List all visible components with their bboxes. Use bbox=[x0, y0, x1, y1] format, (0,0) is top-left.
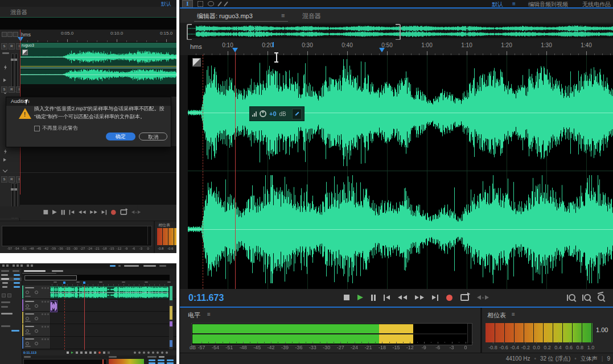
phase-meter-gradient[interactable] bbox=[486, 323, 593, 342]
time-selection-tool[interactable]: I bbox=[182, 0, 193, 8]
fx-icon[interactable] bbox=[3, 65, 7, 70]
overview-band[interactable] bbox=[0, 18, 176, 30]
loop-playback-button[interactable] bbox=[460, 294, 469, 301]
tool-icon[interactable] bbox=[20, 264, 23, 267]
playhead-line[interactable] bbox=[235, 49, 236, 289]
marker-triangle[interactable] bbox=[379, 48, 385, 52]
audio-clip-mini[interactable] bbox=[50, 286, 168, 299]
track-controls-mini[interactable] bbox=[22, 286, 51, 299]
phase-meter-gradient[interactable] bbox=[157, 228, 176, 245]
tool-icon[interactable] bbox=[17, 264, 19, 267]
levels-meter-mini[interactable] bbox=[23, 359, 107, 364]
workspace-item-mini[interactable] bbox=[143, 265, 156, 267]
heal-tool-icon[interactable] bbox=[224, 1, 228, 6]
zoom-icon-mini[interactable] bbox=[161, 351, 163, 354]
pause-button[interactable] bbox=[61, 210, 65, 215]
cancel-button[interactable]: 取消 bbox=[139, 133, 167, 140]
rewind-button[interactable] bbox=[398, 295, 407, 300]
checkbox-box[interactable] bbox=[34, 126, 40, 131]
zoom-icon-mini[interactable] bbox=[143, 351, 145, 354]
fast-forward-button[interactable] bbox=[90, 210, 97, 214]
loop-playback-button[interactable] bbox=[120, 209, 127, 214]
zoom-navigator[interactable] bbox=[23, 274, 170, 281]
record-button-mini[interactable] bbox=[98, 351, 101, 354]
brush-tool-icon[interactable] bbox=[217, 1, 222, 6]
waveform-display[interactable]: +0 dB bbox=[180, 55, 613, 289]
levels-meter[interactable] bbox=[191, 323, 472, 345]
zoom-icon-mini[interactable] bbox=[157, 351, 159, 354]
multitrack-view-icon[interactable] bbox=[6, 264, 9, 267]
track-controls-mini[interactable] bbox=[22, 324, 51, 336]
timeline-ruler[interactable]: hms 0:100:200:300:400:501:001:101:201:30… bbox=[180, 40, 613, 56]
skip-selection-button[interactable] bbox=[477, 295, 489, 300]
zoom-icon-mini[interactable] bbox=[134, 351, 136, 354]
phase-meter-mini[interactable] bbox=[109, 359, 144, 364]
gain-knob-icon[interactable] bbox=[260, 110, 266, 117]
track-s-button[interactable]: S bbox=[1, 86, 7, 93]
panel-icon[interactable] bbox=[2, 293, 6, 297]
play-small-icon[interactable] bbox=[3, 78, 6, 82]
track-r-button[interactable]: R bbox=[9, 43, 15, 49]
rewind-mini[interactable] bbox=[85, 351, 87, 354]
skip-selection-button[interactable] bbox=[131, 210, 141, 214]
dont-show-again-checkbox[interactable]: 不再显示此警告 bbox=[34, 125, 78, 132]
pause-button-mini[interactable] bbox=[76, 351, 78, 354]
phase-menu-icon[interactable]: ≡ bbox=[512, 311, 515, 317]
playhead-triangle[interactable] bbox=[232, 48, 238, 52]
track-controls-mini[interactable] bbox=[22, 312, 51, 324]
audio-clip-ruguo3[interactable]: ruguo3 bbox=[20, 43, 176, 84]
track1-srI-buttons[interactable]: SRI bbox=[1, 43, 22, 49]
tab-mixer[interactable]: 混音器 bbox=[10, 9, 27, 16]
playhead-marker[interactable] bbox=[18, 37, 23, 42]
timeline-ruler[interactable]: hms 0:05.00:10.00:15.0 bbox=[19, 30, 176, 43]
track3-srI-buttons[interactable]: SRI bbox=[1, 176, 22, 183]
zoom-selection[interactable] bbox=[24, 275, 77, 280]
fx-icon[interactable] bbox=[3, 149, 7, 154]
fade-handle-icon[interactable] bbox=[192, 58, 201, 67]
skip-to-start-button[interactable] bbox=[69, 210, 75, 215]
gain-hud[interactable]: +0 dB bbox=[249, 106, 305, 121]
lasso-tool-icon[interactable] bbox=[208, 1, 214, 6]
track-s-button[interactable]: S bbox=[1, 43, 7, 49]
tab-mixer[interactable]: 混音器 bbox=[302, 12, 321, 20]
workspace-menu-icon[interactable]: ≡ bbox=[512, 1, 516, 7]
editor-tab-mini[interactable] bbox=[24, 270, 46, 272]
tab-menu-icon[interactable]: ≡ bbox=[281, 12, 285, 19]
tool-icon[interactable] bbox=[13, 264, 15, 267]
marker-icon[interactable] bbox=[13, 32, 18, 37]
clip-fade-icon[interactable] bbox=[22, 49, 28, 55]
clip-gain-line[interactable] bbox=[20, 66, 176, 67]
time-display-mini[interactable]: 0:11.113 bbox=[23, 351, 36, 354]
fast-forward-button[interactable] bbox=[415, 295, 424, 300]
play-button-mini[interactable] bbox=[71, 351, 73, 354]
shuttle-mini[interactable] bbox=[108, 351, 110, 354]
rewind-button[interactable] bbox=[79, 210, 85, 214]
main-waveform-canvas[interactable] bbox=[188, 55, 613, 289]
track-controls-mini[interactable] bbox=[22, 337, 51, 349]
workspace-item-mini[interactable] bbox=[124, 265, 139, 267]
phase-title[interactable]: 相位表 bbox=[487, 311, 506, 320]
ok-button[interactable]: 确定 bbox=[106, 133, 135, 140]
zoom-selection-button[interactable] bbox=[598, 294, 604, 301]
zoom-out-point-button[interactable] bbox=[582, 294, 591, 301]
record-button[interactable] bbox=[111, 210, 116, 215]
play-small-icon[interactable] bbox=[3, 158, 6, 162]
levels-menu-icon[interactable]: ≡ bbox=[207, 311, 211, 317]
zoom-icon-mini[interactable] bbox=[152, 351, 154, 354]
skip-to-start-button[interactable] bbox=[384, 295, 390, 301]
range-handle-left[interactable] bbox=[187, 24, 192, 40]
midi-clip-mini[interactable] bbox=[50, 300, 57, 312]
zoom-icon-mini[interactable] bbox=[166, 351, 168, 354]
zoom-in-point-button[interactable] bbox=[567, 294, 575, 301]
metronome-icon[interactable] bbox=[2, 32, 7, 37]
track2-srI-buttons[interactable]: SRI bbox=[1, 86, 22, 93]
play-button[interactable] bbox=[357, 295, 363, 300]
track-controls-mini[interactable] bbox=[22, 299, 51, 311]
skip-end-mini[interactable] bbox=[94, 351, 96, 354]
skip-to-end-button[interactable] bbox=[102, 210, 107, 215]
marker-mini[interactable] bbox=[63, 282, 65, 284]
timeline-ruler-mini[interactable] bbox=[22, 281, 176, 286]
fast-forward-mini[interactable] bbox=[89, 351, 92, 354]
file-overview-bar[interactable] bbox=[180, 23, 613, 40]
mixer-tab-mini[interactable] bbox=[52, 270, 63, 272]
